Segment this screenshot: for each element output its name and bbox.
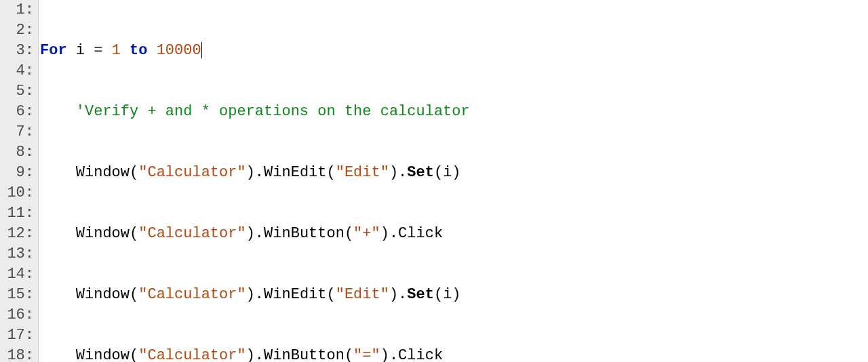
- code-text: ).: [389, 164, 407, 181]
- line-number: 8:: [1, 142, 34, 163]
- line-number: 13:: [1, 244, 34, 264]
- code-text: ).: [389, 286, 407, 303]
- line-number: 18:: [1, 346, 34, 362]
- code-text: i =: [67, 42, 112, 59]
- code-text: ).Click: [380, 225, 443, 242]
- number-literal: 1: [112, 42, 121, 59]
- line-number: 14:: [1, 264, 34, 285]
- code-line[interactable]: Window("Calculator").WinButton("=").Clic…: [40, 346, 846, 362]
- code-text: ).WinEdit(: [246, 286, 336, 303]
- code-text: [147, 42, 156, 59]
- code-text: Window(: [76, 347, 138, 362]
- code-area[interactable]: For i = 1 to 10000 'Verify + and * opera…: [39, 0, 846, 362]
- keyword: For: [40, 42, 67, 59]
- code-text: (i): [434, 164, 461, 181]
- string-literal: "Edit": [336, 164, 389, 181]
- method-name: Set: [407, 164, 434, 181]
- code-text: ).WinButton(: [246, 347, 353, 362]
- string-literal: "Calculator": [138, 286, 245, 303]
- line-number-gutter: 1: 2: 3: 4: 5: 6: 7: 8: 9: 10: 11: 12: 1…: [0, 0, 39, 362]
- line-number: 1:: [1, 0, 34, 20]
- string-literal: "=": [353, 347, 380, 362]
- code-text: [121, 42, 130, 59]
- line-number: 12:: [1, 224, 34, 244]
- code-line[interactable]: For i = 1 to 10000: [40, 41, 846, 61]
- code-text: Window(: [76, 164, 138, 181]
- method-name: Set: [407, 286, 434, 303]
- keyword: to: [130, 42, 147, 59]
- line-number: 3:: [1, 41, 34, 61]
- line-number: 9:: [1, 163, 34, 183]
- string-literal: "Calculator": [138, 225, 245, 242]
- line-number: 2:: [1, 20, 34, 41]
- string-literal: "Edit": [336, 286, 389, 303]
- code-text: ).WinButton(: [246, 225, 353, 242]
- text-cursor: [201, 42, 202, 58]
- line-number: 15:: [1, 285, 34, 305]
- code-editor[interactable]: 1: 2: 3: 4: 5: 6: 7: 8: 9: 10: 11: 12: 1…: [0, 0, 868, 362]
- string-literal: "+": [353, 225, 380, 242]
- line-number: 17:: [1, 325, 34, 346]
- code-line[interactable]: Window("Calculator").WinEdit("Edit").Set…: [40, 285, 846, 305]
- code-text: ).Click: [380, 347, 443, 362]
- code-text: Window(: [76, 225, 138, 242]
- comment: 'Verify + and * operations on the calcul…: [76, 103, 470, 120]
- code-line[interactable]: Window("Calculator").WinButton("+").Clic…: [40, 224, 846, 244]
- code-line[interactable]: 'Verify + and * operations on the calcul…: [40, 102, 846, 122]
- line-number: 16:: [1, 305, 34, 325]
- line-number: 7:: [1, 122, 34, 142]
- line-number: 5:: [1, 81, 34, 102]
- code-line[interactable]: Window("Calculator").WinEdit("Edit").Set…: [40, 163, 846, 183]
- string-literal: "Calculator": [138, 164, 245, 181]
- line-number: 11:: [1, 203, 34, 224]
- line-number: 10:: [1, 183, 34, 203]
- string-literal: "Calculator": [138, 347, 245, 362]
- code-text: (i): [434, 286, 461, 303]
- line-number: 6:: [1, 102, 34, 122]
- number-literal: 10000: [157, 42, 201, 59]
- code-text: Window(: [76, 286, 138, 303]
- code-text: ).WinEdit(: [246, 164, 336, 181]
- line-number: 4:: [1, 61, 34, 81]
